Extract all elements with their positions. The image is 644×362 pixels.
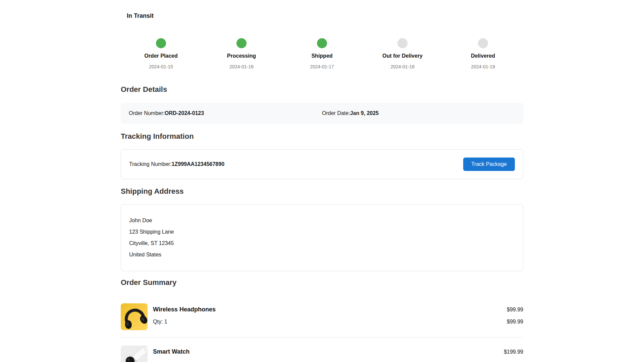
product-line-total: $99.99 bbox=[507, 318, 523, 325]
order-number-value: ORD-2024-0123 bbox=[165, 110, 204, 116]
item-qty-total-row: Qty: 1 $99.99 bbox=[153, 318, 523, 325]
tracking-number-value: 1Z999AA1234567890 bbox=[172, 161, 224, 167]
order-status-label: In Transit bbox=[127, 12, 523, 19]
order-date-value: Jan 9, 2025 bbox=[350, 110, 379, 116]
order-items-list: Wireless Headphones $99.99 Qty: 1 $99.99 bbox=[121, 303, 523, 362]
order-details-card: Order Number:ORD-2024-0123 Order Date:Ja… bbox=[121, 103, 523, 124]
step-label: Order Placed bbox=[144, 53, 178, 59]
step-dot-pending-icon bbox=[397, 38, 408, 48]
tracking-number-field: Tracking Number:1Z999AA1234567890 bbox=[129, 161, 224, 167]
progress-step-out-for-delivery: Out for Delivery 2024-01-18 bbox=[362, 38, 443, 69]
product-name: Wireless Headphones bbox=[153, 306, 216, 313]
step-date: 2024-01-17 bbox=[310, 64, 334, 69]
order-item-row: Smart Watch $199.99 bbox=[121, 338, 523, 362]
product-unit-price: $199.99 bbox=[504, 349, 523, 355]
address-country-line: United States bbox=[129, 249, 515, 260]
order-number-field: Order Number:ORD-2024-0123 bbox=[129, 110, 322, 116]
address-name-line: John Doe bbox=[129, 215, 515, 226]
tracking-number-label: Tracking Number: bbox=[129, 161, 172, 167]
order-item-details: Smart Watch $199.99 bbox=[153, 346, 523, 362]
smartwatch-product-image bbox=[121, 346, 148, 362]
shipping-address-card: John Doe 123 Shipping Lane Cityville, ST… bbox=[121, 204, 523, 271]
progress-step-processing: Processing 2024-01-16 bbox=[201, 38, 282, 69]
step-dot-complete-icon bbox=[236, 38, 247, 48]
tracking-information-heading: Tracking Information bbox=[121, 132, 523, 141]
step-date: 2024-01-15 bbox=[149, 64, 173, 69]
order-item-row: Wireless Headphones $99.99 Qty: 1 $99.99 bbox=[121, 303, 523, 338]
step-date: 2024-01-19 bbox=[471, 64, 495, 69]
progress-step-shipped: Shipped 2024-01-17 bbox=[282, 38, 362, 69]
progress-step-delivered: Delivered 2024-01-19 bbox=[443, 38, 523, 69]
item-title-price-row: Smart Watch $199.99 bbox=[153, 348, 523, 355]
address-street-line: 123 Shipping Lane bbox=[129, 226, 515, 238]
headphones-product-image bbox=[121, 303, 148, 330]
step-dot-complete-icon bbox=[317, 38, 327, 48]
step-date: 2024-01-16 bbox=[229, 64, 254, 69]
product-unit-price: $99.99 bbox=[507, 306, 523, 313]
order-summary-heading: Order Summary bbox=[121, 278, 523, 287]
step-dot-complete-icon bbox=[156, 38, 166, 48]
track-package-button[interactable]: Track Package bbox=[463, 158, 515, 171]
item-title-price-row: Wireless Headphones $99.99 bbox=[153, 306, 523, 313]
step-label: Out for Delivery bbox=[382, 53, 423, 59]
tracking-card: Tracking Number:1Z999AA1234567890 Track … bbox=[121, 149, 523, 179]
order-details-heading: Order Details bbox=[121, 85, 523, 94]
address-city-line: Cityville, ST 12345 bbox=[129, 238, 515, 249]
shipping-address-heading: Shipping Address bbox=[121, 187, 523, 196]
step-label: Processing bbox=[227, 53, 256, 59]
progress-step-order-placed: Order Placed 2024-01-15 bbox=[121, 38, 201, 69]
step-dot-pending-icon bbox=[478, 38, 488, 48]
order-item-details: Wireless Headphones $99.99 Qty: 1 $99.99 bbox=[153, 303, 523, 330]
step-date: 2024-01-18 bbox=[390, 64, 415, 69]
step-label: Delivered bbox=[471, 53, 495, 59]
order-number-label: Order Number: bbox=[129, 110, 165, 116]
progress-tracker: Order Placed 2024-01-15 Processing 2024-… bbox=[121, 38, 523, 69]
product-quantity: Qty: 1 bbox=[153, 318, 167, 325]
product-name: Smart Watch bbox=[153, 348, 190, 355]
order-date-field: Order Date:Jan 9, 2025 bbox=[322, 110, 515, 116]
step-label: Shipped bbox=[311, 53, 332, 59]
order-date-label: Order Date: bbox=[322, 110, 350, 116]
order-tracking-page: In Transit Order Placed 2024-01-15 Proce… bbox=[121, 0, 523, 362]
